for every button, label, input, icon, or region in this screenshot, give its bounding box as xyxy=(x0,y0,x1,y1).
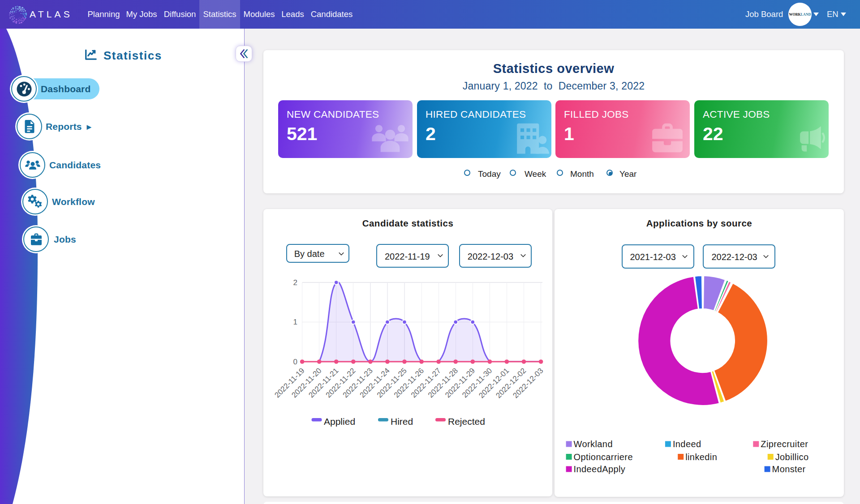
svg-text:Ziprecruiter: Ziprecruiter xyxy=(761,439,808,449)
svg-text:Hired: Hired xyxy=(391,416,413,427)
svg-text:Applied: Applied xyxy=(324,416,355,427)
svg-text:0: 0 xyxy=(293,358,297,366)
svg-text:Optioncarriere: Optioncarriere xyxy=(574,452,633,462)
svg-text:linkedin: linkedin xyxy=(685,452,717,462)
svg-text:IndeedApply: IndeedApply xyxy=(574,464,626,474)
svg-text:2: 2 xyxy=(293,278,297,287)
svg-text:Workland: Workland xyxy=(574,439,613,449)
svg-text:Rejected: Rejected xyxy=(448,416,485,427)
svg-text:Indeed: Indeed xyxy=(673,439,701,449)
svg-text:Jobillico: Jobillico xyxy=(775,452,809,462)
svg-text:Monster: Monster xyxy=(772,464,806,474)
svg-text:1: 1 xyxy=(293,318,297,326)
